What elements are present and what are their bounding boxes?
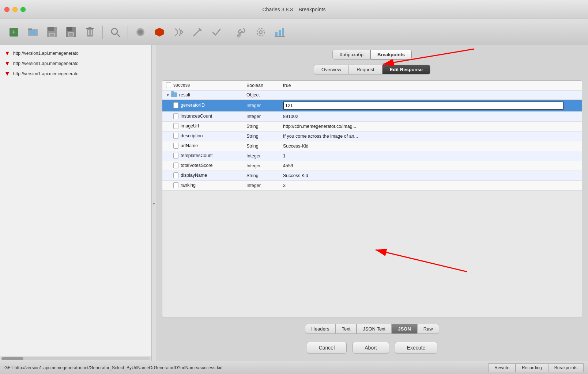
table-row[interactable]: success Boolean true [162, 81, 582, 91]
status-tab-recording[interactable]: Recording [516, 363, 548, 372]
svg-rect-4 [29, 30, 37, 35]
table-row[interactable]: displayName String Success Kid [162, 171, 582, 181]
status-url: GET http://version1.api.memegenerator.ne… [4, 365, 488, 370]
scrollbar[interactable] [0, 356, 151, 361]
file-icon [173, 163, 178, 168]
close-button[interactable] [4, 7, 10, 12]
svg-rect-3 [28, 28, 32, 30]
field-name: imageUrl [181, 124, 199, 129]
cell-type: String [243, 171, 279, 181]
svg-rect-15 [88, 27, 91, 28]
cancel-button[interactable]: Cancel [307, 342, 347, 354]
format-tab-text[interactable]: Text [335, 324, 357, 334]
file-icon [173, 182, 178, 188]
file-icon [173, 133, 178, 139]
minimize-button[interactable] [12, 7, 18, 12]
svg-line-25 [194, 35, 195, 36]
svg-rect-6 [48, 27, 54, 31]
file-icon [173, 143, 178, 149]
maximize-button[interactable] [20, 7, 26, 12]
cell-name: displayName [162, 171, 243, 181]
cell-name: imageUrl [162, 122, 243, 131]
format-tab-headers[interactable]: Headers [305, 324, 335, 334]
cell-type: Object [243, 91, 279, 100]
table-row[interactable]: templatesCount Integer 1 [162, 151, 582, 161]
svg-rect-8 [50, 34, 54, 36]
cell-name: ranking [162, 181, 243, 191]
cell-value-wrapper: Success Kid [279, 171, 582, 181]
chart-button[interactable] [272, 24, 288, 40]
tab-breakpoints[interactable]: Breakpoints [370, 50, 412, 60]
cell-type: String [243, 122, 279, 131]
format-tab-json[interactable]: JSON [392, 324, 417, 334]
list-item[interactable]: ▼http://version1.api.memegenerato [0, 48, 151, 58]
window-controls [4, 7, 26, 12]
subtab-request[interactable]: Request [349, 65, 382, 75]
table-row[interactable]: generatorID Integer [162, 100, 582, 112]
panel-resize-handle[interactable]: ▸ [152, 45, 156, 361]
table-row[interactable]: ▼result Object [162, 91, 582, 100]
cell-name: templatesCount [162, 151, 243, 161]
svg-rect-12 [69, 33, 73, 36]
table-row[interactable]: urlName String Success-Kid [162, 141, 582, 151]
file-icon [173, 123, 178, 129]
stop-button[interactable] [151, 24, 167, 40]
cell-value-wrapper[interactable] [279, 100, 582, 112]
title-bar: Charles 3.8.3 – Breakpoints [0, 0, 588, 19]
status-bar: GET http://version1.api.memegenerator.ne… [0, 361, 588, 374]
value-input[interactable] [283, 102, 564, 110]
table-row[interactable]: ranking Integer 3 [162, 181, 582, 191]
window-title: Charles 3.8.3 – Breakpoints [263, 7, 326, 12]
tools-button[interactable] [234, 24, 250, 40]
cell-type: Integer [243, 100, 279, 112]
table-row[interactable]: description String If you come across th… [162, 131, 582, 141]
field-name: urlName [181, 144, 198, 149]
status-tab-breakpoints[interactable]: Breakpoints [548, 363, 584, 372]
download-arrow-icon: ▼ [4, 50, 10, 57]
settings-button[interactable] [253, 24, 269, 40]
execute-button[interactable]: Execute [395, 342, 438, 354]
table-row[interactable]: totalVotesScore Integer 4559 [162, 161, 582, 171]
cell-value: If you come across the image of an... [283, 134, 358, 139]
cell-name: generatorID [162, 100, 243, 112]
cell-value-wrapper: true [279, 81, 582, 91]
list-item[interactable]: ▼http://version1.api.memegenerato [0, 69, 151, 79]
status-tabs: RewriteRecordingBreakpoints [488, 363, 584, 372]
field-name: ranking [181, 183, 196, 188]
save-all-button[interactable] [44, 24, 60, 40]
cell-value-wrapper: 1 [279, 151, 582, 161]
cell-type: Integer [243, 151, 279, 161]
status-tab-rewrite[interactable]: Rewrite [488, 363, 516, 372]
svg-marker-23 [155, 28, 164, 37]
clear-button[interactable] [82, 24, 98, 40]
toolbar: + [0, 19, 588, 45]
field-name: generatorID [181, 103, 205, 108]
cell-value-wrapper: Success-Kid [279, 141, 582, 151]
format-tab-raw[interactable]: Raw [417, 324, 439, 334]
subtab-overview[interactable]: Overview [314, 65, 349, 75]
cell-value-wrapper: 3 [279, 181, 582, 191]
abort-button[interactable]: Abort [353, 342, 389, 354]
open-button[interactable] [25, 24, 41, 40]
tab-khabra[interactable]: Хабрахабр [332, 50, 370, 60]
forward-button[interactable] [170, 24, 186, 40]
save-button[interactable] [63, 24, 79, 40]
subtab-edit-response[interactable]: Edit Response [382, 65, 430, 75]
svg-rect-10 [67, 27, 72, 31]
find-button[interactable] [107, 24, 123, 40]
list-item[interactable]: ▼http://version1.api.memegenerato [0, 58, 151, 69]
record-button[interactable] [132, 24, 148, 40]
cell-value: true [283, 83, 291, 88]
table-row[interactable]: imageUrl String http://cdn.memegenerator… [162, 122, 582, 131]
cell-type: Integer [243, 161, 279, 171]
new-session-button[interactable]: + [6, 24, 22, 40]
right-panel: ХабрахабрBreakpoints OverviewRequestEdit… [156, 45, 588, 361]
download-arrow-icon: ▼ [4, 60, 10, 67]
file-icon [173, 113, 178, 119]
check-button[interactable] [208, 24, 225, 40]
format-tab-bar: HeadersTextJSON TextJSONRaw [162, 321, 582, 335]
edit-button[interactable] [189, 24, 206, 40]
format-tab-json-text[interactable]: JSON Text [357, 324, 392, 334]
table-row[interactable]: instancesCount Integer 891002 [162, 112, 582, 122]
field-name: templatesCount [181, 153, 213, 159]
